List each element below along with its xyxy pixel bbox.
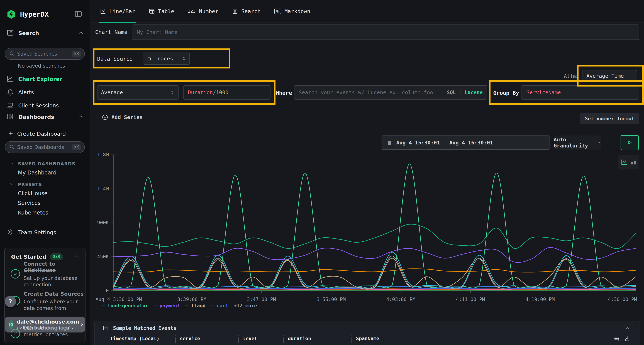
bell-icon	[6, 88, 14, 96]
chart-name-field	[132, 24, 639, 40]
user-menu[interactable]: D dale@clickhouse.com dale@clickhouse.co…	[5, 317, 85, 333]
chevron-up-icon	[74, 254, 80, 260]
traces-box-icon	[146, 56, 152, 61]
where-search-field: SQL | Lucene	[294, 85, 487, 100]
tab-search-label: Search	[241, 8, 261, 14]
lucene-toggle[interactable]: Lucene	[464, 89, 483, 95]
legend-item-cart[interactable]: — cart	[211, 303, 228, 308]
sidebar-item-client-sessions[interactable]: Client Sessions	[0, 100, 90, 110]
svg-text:0: 0	[106, 288, 109, 293]
svg-text:900K: 900K	[97, 220, 109, 225]
sidebar-item-my-dashboard[interactable]: My Dashboard	[18, 169, 56, 176]
expr-denominator: 1000	[216, 89, 228, 95]
presets-group[interactable]: PRESETS	[0, 180, 90, 189]
sidebar-search-label: Search	[18, 30, 39, 36]
svg-text:4:11:00 PM: 4:11:00 PM	[456, 297, 485, 302]
chart-explorer-label: Chart Explorer	[18, 76, 62, 82]
tab-number[interactable]: 123 Number	[188, 0, 218, 22]
column-header-service[interactable]: service	[180, 336, 200, 341]
sidebar-collapse-icon[interactable]	[74, 10, 82, 19]
column-header-timestamp[interactable]: Timestamp (Local)	[110, 336, 160, 341]
main-content: Line/Bar Table 123 Number Search M↓ Mark…	[91, 0, 644, 345]
data-source-select[interactable]: Traces	[143, 52, 190, 65]
svg-text:4:30:00 PM: 4:30:00 PM	[608, 297, 637, 302]
where-input[interactable]	[299, 89, 444, 95]
set-number-format-button[interactable]: Set number format	[580, 113, 639, 124]
sql-toggle[interactable]: SQL	[447, 89, 456, 95]
column-header-duration[interactable]: duration	[288, 336, 311, 341]
svg-text:Aug 4 3:30:00 PM: Aug 4 3:30:00 PM	[96, 297, 142, 302]
column-header-spanname[interactable]: SpanName	[356, 336, 379, 341]
group-by-field[interactable]: ServiceName	[521, 85, 639, 100]
chart-name-label: Chart Name	[95, 29, 128, 35]
column-separator[interactable]	[175, 335, 176, 343]
collapse-events-icon[interactable]	[625, 326, 630, 332]
chevron-down-icon	[9, 182, 14, 187]
run-query-button[interactable]	[620, 135, 639, 150]
item2-title: Create Data Sources	[24, 291, 84, 297]
legend-item-payment[interactable]: — payment	[154, 303, 180, 308]
field-expression-input[interactable]: Duration/1000	[183, 85, 270, 100]
help-label: ?	[9, 298, 12, 305]
legend-item-flagd[interactable]: — flagd	[185, 303, 206, 308]
get-started-item-1[interactable]: Connect to ClickHouse Set up your databa…	[24, 261, 78, 288]
wrap-lines-icon[interactable]	[614, 335, 620, 343]
logo-row: HyperDX	[0, 8, 90, 20]
svg-text:1.8M: 1.8M	[97, 152, 109, 157]
sidebar-item-kubernetes[interactable]: Kubernetes	[18, 210, 48, 216]
item1-title-line1: Connect to	[24, 261, 78, 267]
help-button[interactable]: ?	[5, 296, 16, 307]
alerts-label: Alerts	[18, 89, 34, 95]
saved-dashboards-header: SAVED DASHBOARDS	[18, 161, 76, 166]
sidebar-item-services[interactable]: Services	[18, 200, 40, 206]
column-separator[interactable]	[351, 335, 352, 343]
sidebar-item-team-settings[interactable]: Team Settings	[0, 227, 90, 237]
search-icon	[9, 144, 15, 150]
team-settings-label: Team Settings	[18, 229, 56, 236]
sidebar-item-chart-explorer[interactable]: Chart Explorer	[0, 74, 90, 84]
saved-searches-input[interactable]: Saved Searches ⌘K	[5, 48, 85, 60]
chevron-right-icon	[79, 322, 84, 328]
document-list-icon	[232, 8, 238, 14]
sidebar-section-search[interactable]: Search	[0, 29, 90, 40]
create-dashboard-button[interactable]: Create Dashboard	[0, 129, 90, 138]
get-started-item-2[interactable]: Create Data Sources Configure where your…	[24, 291, 84, 312]
chart-name-input[interactable]	[132, 29, 639, 35]
alias-input[interactable]	[582, 73, 637, 79]
item2-desc-line1: Configure where your	[24, 299, 84, 305]
aggregation-value: Average	[101, 89, 123, 95]
add-series-button[interactable]: Add Series	[102, 114, 143, 120]
timeseries-chart[interactable]: 0450K900K1.4M1.8MAug 4 3:30:00 PM3:39:00…	[100, 152, 644, 309]
shortcut-badge: ⌘K	[72, 50, 81, 57]
group-by-value: ServiceName	[526, 89, 561, 95]
tab-table[interactable]: Table	[149, 0, 174, 22]
svg-text:1.4M: 1.4M	[97, 186, 109, 191]
time-range-picker[interactable]: Aug 4 15:30:01 - Aug 4 16:30:01	[382, 135, 550, 150]
column-separator[interactable]	[238, 335, 239, 343]
tab-line-bar[interactable]: Line/Bar	[100, 0, 135, 22]
saved-dashboards-input[interactable]: Saved Dashboards ⌘K	[5, 141, 85, 153]
sidebar-item-clickhouse[interactable]: ClickHouse	[18, 190, 48, 196]
tab-markdown[interactable]: M↓ Markdown	[274, 0, 310, 22]
chevron-up-icon	[78, 30, 84, 36]
legend-more-link[interactable]: +12 more	[234, 303, 257, 308]
granularity-select[interactable]: Auto Granularity	[554, 135, 601, 150]
shortcut-badge: ⌘K	[72, 144, 81, 150]
get-started-header[interactable]: Get Started 3/3	[11, 253, 80, 260]
column-separator[interactable]	[283, 335, 284, 343]
chart-legend: — load-generator — payment — flagd — car…	[102, 303, 257, 308]
sidebar-item-alerts[interactable]: Alerts	[0, 87, 90, 97]
calendar-icon	[386, 140, 392, 145]
aggregation-select[interactable]: Average	[97, 85, 178, 100]
download-icon[interactable]	[624, 335, 630, 343]
sidebar-item-dashboards[interactable]: Dashboards	[0, 113, 90, 123]
column-header-level[interactable]: level	[243, 336, 257, 341]
tab-search[interactable]: Search	[232, 0, 261, 22]
check-circle-icon	[11, 269, 20, 279]
legend-label: cart	[217, 303, 228, 308]
get-started-badge: 3/3	[50, 253, 63, 260]
legend-item-load-generator[interactable]: — load-generator	[102, 303, 148, 308]
saved-dashboards-group[interactable]: SAVED DASHBOARDS	[0, 159, 90, 168]
table-icon	[149, 8, 155, 14]
saved-dashboards-placeholder: Saved Dashboards	[17, 144, 72, 150]
